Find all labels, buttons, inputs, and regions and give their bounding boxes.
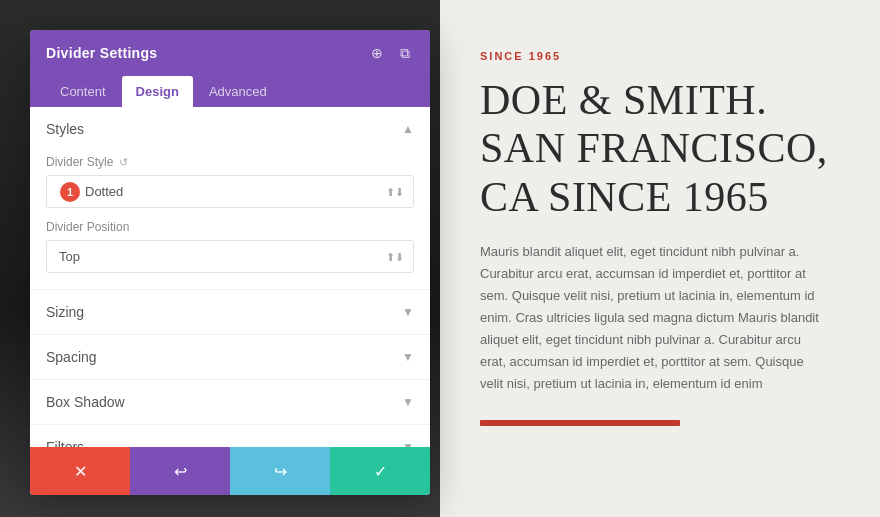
section-styles: Styles ▲ Divider Style ↺ 1 None: [30, 107, 430, 290]
styles-chevron-icon: ▲: [402, 122, 414, 136]
section-styles-content: Divider Style ↺ 1 None Solid Dotted Dash…: [30, 151, 430, 289]
target-icon[interactable]: ⊕: [368, 44, 386, 62]
redo-button[interactable]: ↪: [230, 447, 330, 495]
red-divider: [480, 420, 680, 426]
undo-button[interactable]: ↩: [130, 447, 230, 495]
divider-style-select[interactable]: None Solid Dotted Dashed Double: [46, 175, 414, 208]
divider-style-label-text: Divider Style: [46, 155, 113, 169]
divider-style-reset-icon[interactable]: ↺: [119, 156, 128, 169]
panel-header: Divider Settings ⊕ ⧉: [30, 30, 430, 76]
left-area: RA RVICES t aliquet elit, eget tincidunt…: [0, 0, 440, 517]
divider-position-select[interactable]: Top Center Bottom: [46, 240, 414, 273]
section-box-shadow: Box Shadow ▼: [30, 380, 430, 425]
divider-position-label-text: Divider Position: [46, 220, 129, 234]
section-spacing: Spacing ▼: [30, 335, 430, 380]
divider-position-label: Divider Position: [46, 220, 414, 234]
tab-content[interactable]: Content: [46, 76, 120, 107]
section-spacing-header[interactable]: Spacing ▼: [30, 335, 430, 379]
section-filters: Filters ▼: [30, 425, 430, 447]
divider-style-badge: 1: [60, 182, 80, 202]
section-filters-label: Filters: [46, 439, 84, 447]
tab-advanced[interactable]: Advanced: [195, 76, 281, 107]
section-box-shadow-label: Box Shadow: [46, 394, 125, 410]
settings-panel: Divider Settings ⊕ ⧉ Content Design Adva…: [30, 30, 430, 495]
right-content-area: SINCE 1965 DOE & SMITH. SAN FRANCISCO, C…: [440, 0, 880, 517]
expand-icon[interactable]: ⧉: [396, 44, 414, 62]
panel-title: Divider Settings: [46, 45, 157, 61]
spacing-chevron-icon: ▼: [402, 350, 414, 364]
divider-style-field: Divider Style ↺ 1 None Solid Dotted Dash…: [46, 155, 414, 208]
panel-tabs: Content Design Advanced: [30, 76, 430, 107]
divider-position-field: Divider Position Top Center Bottom ⬆⬇: [46, 220, 414, 273]
divider-style-select-wrapper: 1 None Solid Dotted Dashed Double ⬆⬇: [46, 175, 414, 208]
section-styles-label: Styles: [46, 121, 84, 137]
header-icons: ⊕ ⧉: [368, 44, 414, 62]
body-text: Mauris blandit aliquet elit, eget tincid…: [480, 241, 820, 396]
panel-footer: ✕ ↩ ↪ ✓: [30, 447, 430, 495]
divider-style-label: Divider Style ↺: [46, 155, 414, 169]
since-label: SINCE 1965: [480, 50, 840, 62]
save-button[interactable]: ✓: [330, 447, 430, 495]
main-heading: DOE & SMITH. SAN FRANCISCO, CA SINCE 196…: [480, 76, 840, 221]
section-sizing: Sizing ▼: [30, 290, 430, 335]
section-box-shadow-header[interactable]: Box Shadow ▼: [30, 380, 430, 424]
filters-chevron-icon: ▼: [402, 440, 414, 447]
cancel-button[interactable]: ✕: [30, 447, 130, 495]
sizing-chevron-icon: ▼: [402, 305, 414, 319]
panel-body: Styles ▲ Divider Style ↺ 1 None: [30, 107, 430, 447]
divider-position-select-wrapper: Top Center Bottom ⬆⬇: [46, 240, 414, 273]
box-shadow-chevron-icon: ▼: [402, 395, 414, 409]
section-spacing-label: Spacing: [46, 349, 97, 365]
section-sizing-header[interactable]: Sizing ▼: [30, 290, 430, 334]
section-styles-header[interactable]: Styles ▲: [30, 107, 430, 151]
section-filters-header[interactable]: Filters ▼: [30, 425, 430, 447]
tab-design[interactable]: Design: [122, 76, 193, 107]
section-sizing-label: Sizing: [46, 304, 84, 320]
